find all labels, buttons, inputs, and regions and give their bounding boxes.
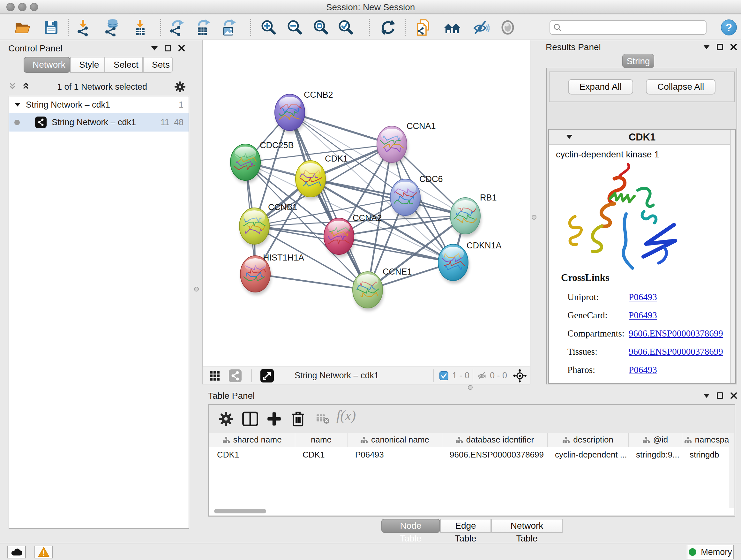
selected-checkbox-icon[interactable] — [440, 371, 448, 380]
column-header[interactable]: @id — [628, 433, 682, 447]
hidden-eye-icon[interactable] — [476, 371, 487, 381]
tab-network-table[interactable]: Network Table — [491, 519, 562, 533]
network-node-RB1[interactable] — [450, 198, 481, 237]
collapse-all-button[interactable]: Collapse All — [646, 79, 716, 95]
add-column-icon[interactable] — [266, 411, 282, 427]
warnings-button[interactable] — [35, 546, 53, 558]
tab-sets[interactable]: Sets — [143, 57, 173, 73]
network-node-CCNB2[interactable] — [275, 94, 306, 133]
tab-string[interactable]: String — [622, 54, 654, 68]
network-collection-row[interactable]: String Network – cdk1 1 — [9, 97, 189, 113]
column-header[interactable]: description — [547, 433, 628, 447]
help-button[interactable]: ? — [721, 19, 737, 36]
crosslink-row: Compartments: 9606.ENSP00000378699 — [561, 324, 723, 343]
memory-button[interactable]: Memory — [687, 545, 734, 559]
cloud-status-button[interactable] — [7, 546, 26, 558]
results-scrollbar[interactable] — [730, 130, 735, 383]
refresh-icon[interactable] — [379, 18, 397, 37]
zoom-selected-icon[interactable] — [336, 18, 354, 37]
network-node-CCNA1[interactable] — [377, 126, 408, 165]
cell-shared-name[interactable]: CDK1 — [209, 447, 295, 462]
search-input[interactable] — [564, 22, 703, 33]
crosslink-value-link[interactable]: P06493 — [629, 292, 657, 302]
hide-eye-icon[interactable] — [472, 18, 489, 37]
search-field[interactable] — [549, 20, 706, 35]
collapse-all-icon[interactable] — [8, 82, 17, 91]
network-node-CDC25B[interactable] — [230, 144, 261, 183]
share-document-icon[interactable] — [414, 18, 432, 37]
tab-style[interactable]: Style — [70, 57, 105, 73]
panel-float-icon[interactable] — [717, 44, 723, 50]
home-icon[interactable] — [443, 18, 461, 37]
network-options-gear-icon[interactable] — [174, 80, 186, 93]
panel-close-icon[interactable] — [178, 45, 185, 52]
show-columns-icon[interactable] — [242, 411, 259, 427]
cell-id[interactable]: stringdb:9... — [628, 447, 682, 462]
expand-all-button[interactable]: Expand All — [568, 79, 633, 95]
search-icon — [553, 23, 562, 32]
crosslink-value-link[interactable]: 9606.ENSP00000378699 — [629, 347, 723, 357]
zoom-out-icon[interactable] — [285, 18, 303, 37]
open-session-icon[interactable] — [14, 18, 31, 37]
export-image-icon[interactable] — [220, 18, 238, 37]
preview-orb-icon[interactable] — [499, 18, 517, 37]
cdk1-section-header[interactable]: CDK1 — [549, 130, 735, 145]
column-header[interactable]: namespac — [682, 433, 734, 447]
delete-column-icon[interactable] — [290, 411, 307, 427]
column-header[interactable]: name — [295, 433, 347, 447]
export-table-icon[interactable] — [194, 18, 212, 37]
open-in-window-icon[interactable] — [260, 369, 274, 382]
import-table-file-icon[interactable] — [131, 18, 149, 37]
network-node-CDK1[interactable] — [295, 161, 327, 200]
tab-network[interactable]: Network — [23, 57, 70, 73]
panel-menu-icon[interactable] — [703, 45, 710, 49]
zoom-in-icon[interactable] — [259, 18, 277, 37]
import-network-file-icon[interactable] — [74, 18, 92, 37]
network-node-CCNA2[interactable] — [324, 218, 355, 257]
table-horizontal-scrollbar[interactable] — [214, 509, 266, 513]
panel-float-icon[interactable] — [165, 45, 171, 51]
crosslink-value-link[interactable]: P06493 — [629, 310, 657, 320]
network-node-CCNE1[interactable] — [353, 272, 384, 311]
panel-float-icon[interactable] — [717, 392, 723, 399]
panel-menu-icon[interactable] — [151, 46, 158, 51]
zoom-fit-icon[interactable] — [312, 18, 329, 37]
import-network-database-icon[interactable] — [103, 18, 120, 37]
column-header[interactable]: database identifier — [442, 433, 547, 447]
column-header[interactable]: canonical name — [347, 433, 442, 447]
save-session-icon[interactable] — [42, 18, 60, 37]
node-label-CCNA1: CCNA1 — [407, 121, 436, 131]
fit-selection-target-icon[interactable] — [513, 369, 527, 383]
table-vertical-scrollbar[interactable] — [729, 433, 734, 508]
string-network-graph[interactable]: CCNB2CCNA1CDC25BCDK1CDC6RB1CCNB1CCNA2CDK… — [203, 40, 531, 367]
collection-expand-icon[interactable] — [15, 103, 20, 106]
cell-database-identifier[interactable]: 9606.ENSP00000378699 — [442, 447, 547, 462]
crosslink-value-link[interactable]: 9606.ENSP00000378699 — [629, 328, 723, 339]
panel-menu-icon[interactable] — [703, 394, 710, 398]
export-network-icon[interactable] — [168, 18, 186, 37]
cdk1-section: CDK1 cyclin-dependent kinase 1 — [548, 129, 736, 384]
column-header[interactable]: shared name — [209, 433, 295, 447]
left-splitter-handle[interactable] — [194, 287, 199, 292]
table-row[interactable]: CDK1 CDK1 P06493 9606.ENSP00000378699 cy… — [209, 447, 734, 462]
expand-all-icon[interactable] — [21, 82, 30, 91]
network-node-CDKN1A[interactable] — [438, 244, 469, 284]
table-options-gear-icon[interactable] — [218, 411, 234, 427]
panel-close-icon[interactable] — [730, 392, 737, 399]
tab-edge-table[interactable]: Edge Table — [440, 519, 491, 533]
cell-namespace[interactable]: stringdb — [682, 447, 734, 462]
panel-close-icon[interactable] — [730, 44, 737, 51]
cell-name[interactable]: CDK1 — [295, 447, 347, 462]
network-node-CCNB1[interactable] — [239, 208, 270, 247]
network-node-CDC6[interactable] — [390, 179, 421, 219]
tab-select[interactable]: Select — [105, 57, 143, 73]
share-network-icon[interactable] — [229, 369, 242, 382]
cell-canonical-name[interactable]: P06493 — [347, 447, 442, 462]
network-canvas[interactable]: CCNB2CCNA1CDC25BCDK1CDC6RB1CCNB1CCNA2CDK… — [202, 40, 530, 367]
crosslink-value-link[interactable]: P06493 — [629, 365, 657, 375]
grid-view-icon[interactable] — [209, 370, 220, 381]
network-row-selected[interactable]: String Network – cdk1 11 48 — [9, 113, 189, 132]
tab-node-table[interactable]: Node Table — [381, 519, 440, 533]
cell-description[interactable]: cyclin-dependent ... — [547, 447, 628, 462]
right-splitter-handle[interactable] — [532, 215, 536, 220]
